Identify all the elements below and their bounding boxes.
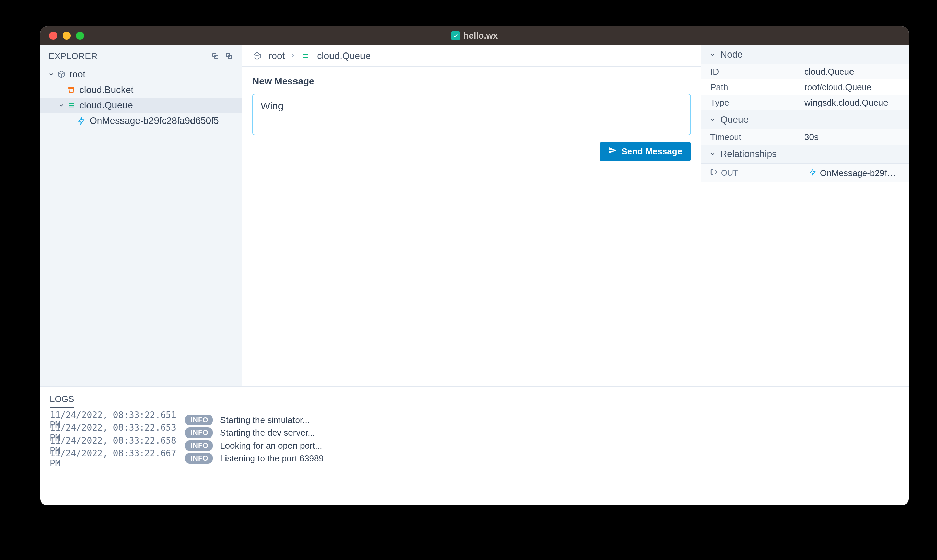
app-body: EXPLORER (40, 45, 909, 506)
main-pane: root cloud.Queue New Mes (242, 45, 909, 386)
relationship-direction: OUT (710, 168, 805, 178)
breadcrumb-current[interactable]: cloud.Queue (301, 51, 371, 61)
tree-node-label: OnMessage-b29fc28fa9d650f5 (89, 115, 219, 126)
inspector-value: root/cloud.Queue (805, 82, 871, 92)
queue-icon (67, 101, 76, 110)
chevron-down-icon (709, 49, 715, 60)
new-message-title: New Message (252, 76, 691, 87)
log-entry: 11/24/2022, 08:33:22.667 PM INFO Listeni… (50, 452, 899, 465)
logs-tab[interactable]: LOGS (50, 394, 74, 408)
inspector-key: ID (710, 67, 805, 77)
center-content: New Message Send Message (242, 67, 701, 170)
collapse-all-icon[interactable] (224, 51, 234, 61)
tree-node-root[interactable]: root (40, 67, 242, 82)
upper-pane: EXPLORER (40, 45, 909, 386)
chevron-down-icon (47, 70, 55, 78)
log-level-badge: INFO (185, 415, 213, 425)
breadcrumb-label: cloud.Queue (317, 51, 371, 61)
send-message-button[interactable]: Send Message (600, 142, 691, 161)
explorer-actions (210, 51, 234, 61)
chevron-right-icon (289, 51, 296, 61)
explorer-header: EXPLORER (40, 45, 242, 67)
inspector-section-relationships[interactable]: Relationships (702, 145, 909, 163)
maximize-button[interactable] (76, 32, 84, 40)
breadcrumbs: root cloud.Queue (242, 45, 701, 67)
traffic-lights (40, 32, 84, 40)
tree-node-queue[interactable]: cloud.Queue (40, 98, 242, 113)
inspector-row-type: Type wingsdk.cloud.Queue (702, 95, 909, 111)
breadcrumb-root[interactable]: root (252, 51, 285, 61)
close-button[interactable] (49, 32, 57, 40)
relationship-out-row[interactable]: OUT OnMessage-b29f… (702, 163, 909, 182)
breadcrumb-label: root (269, 51, 285, 61)
log-level-badge: INFO (185, 440, 213, 451)
relationship-out-label: OUT (721, 168, 738, 178)
inspector-row-id: ID cloud.Queue (702, 64, 909, 79)
inspector-value: wingsdk.cloud.Queue (805, 98, 888, 108)
center-pane: root cloud.Queue New Mes (242, 45, 702, 386)
app-icon (451, 31, 460, 40)
logs-list: 11/24/2022, 08:33:22.651 PM INFO Startin… (50, 414, 899, 465)
send-row: Send Message (252, 142, 691, 161)
queue-icon (301, 51, 310, 61)
cube-icon (57, 70, 66, 79)
explorer-sidebar: EXPLORER (40, 45, 242, 386)
cube-icon (252, 51, 262, 61)
chevron-down-icon (709, 149, 715, 160)
inspector-value: cloud.Queue (805, 67, 854, 77)
tree-node-label: cloud.Queue (79, 100, 133, 111)
section-title: Relationships (720, 149, 777, 160)
log-message: Listening to the port 63989 (220, 453, 324, 464)
log-message: Looking for an open port... (220, 440, 322, 451)
tree-node-onmessage[interactable]: OnMessage-b29fc28fa9d650f5 (40, 113, 242, 129)
send-button-label: Send Message (621, 146, 682, 157)
log-level-badge: INFO (185, 428, 213, 438)
tree-node-bucket[interactable]: cloud.Bucket (40, 82, 242, 98)
relationship-target: OnMessage-b29f… (809, 168, 895, 178)
inspector-key: Type (710, 98, 805, 108)
inspector-key: Path (710, 82, 805, 92)
log-level-badge: INFO (185, 453, 213, 464)
inspector-key: Timeout (710, 132, 805, 142)
log-timestamp: 11/24/2022, 08:33:22.667 PM (50, 448, 178, 468)
expand-all-icon[interactable] (210, 51, 220, 61)
window-title: hello.wx (451, 31, 498, 41)
section-title: Node (720, 49, 743, 60)
inspector-pane: Node ID cloud.Queue Path root/cloud.Queu… (702, 45, 909, 386)
explorer-title: EXPLORER (48, 51, 98, 61)
tree-node-label: cloud.Bucket (79, 85, 133, 95)
inspector-row-path: Path root/cloud.Queue (702, 79, 909, 95)
inspector-section-node[interactable]: Node (702, 45, 909, 64)
log-message: Starting the dev server... (220, 428, 315, 438)
message-input[interactable] (252, 94, 691, 135)
inspector-row-timeout: Timeout 30s (702, 129, 909, 145)
send-icon (609, 146, 617, 157)
inspector-section-queue[interactable]: Queue (702, 111, 909, 129)
logs-panel: LOGS 11/24/2022, 08:33:22.651 PM INFO St… (40, 386, 909, 506)
window-title-text: hello.wx (463, 31, 498, 41)
lightning-icon (809, 168, 817, 178)
relationship-target-label: OnMessage-b29f… (820, 168, 895, 178)
section-title: Queue (720, 114, 749, 125)
inspector-value: 30s (805, 132, 819, 142)
lightning-icon (77, 116, 86, 126)
log-message: Starting the simulator... (220, 415, 310, 425)
app-window: hello.wx EXPLORER (40, 26, 909, 506)
tree-node-label: root (69, 69, 86, 80)
explorer-tree: root cloud.Bucket (40, 67, 242, 386)
chevron-down-icon (57, 101, 65, 109)
chevron-down-icon (709, 114, 715, 125)
bucket-icon (67, 85, 76, 95)
titlebar: hello.wx (40, 26, 909, 45)
minimize-button[interactable] (63, 32, 71, 40)
out-icon (710, 168, 717, 178)
